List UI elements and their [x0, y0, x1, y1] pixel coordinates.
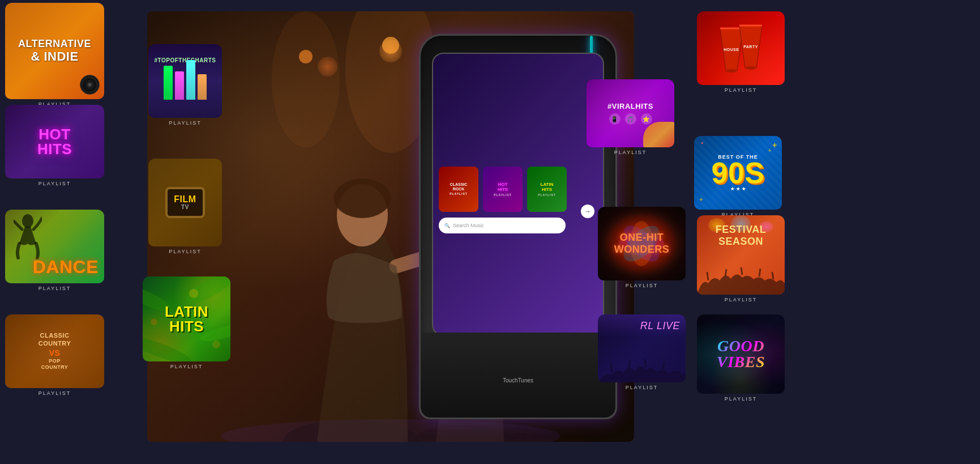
festival-label: PLAYLIST: [725, 297, 757, 303]
playlist-good-vibes[interactable]: GoodVibes PLAYLIST: [697, 314, 785, 402]
country-badge-text: CLASSIC COUNTRY VS Pop Country: [38, 331, 71, 371]
live-crowd: [598, 351, 686, 382]
svg-line-38: [759, 269, 760, 276]
svg-point-28: [745, 66, 756, 70]
dance-silhouette: [14, 212, 42, 263]
country-label: PLAYLIST: [38, 390, 71, 396]
playlist-best-90s[interactable]: BEST OF THE 90s ★ ★ ★ + + ✦ ● PLAYLIST: [694, 136, 782, 218]
svg-text:Party: Party: [743, 45, 758, 49]
svg-point-25: [151, 318, 157, 325]
svg-text:House: House: [724, 48, 739, 52]
girl-live-badge-text: RL Live: [640, 320, 680, 332]
playlist-one-hit[interactable]: ONE-HITWONDERS PLAYLIST: [598, 207, 686, 288]
playlist-film-tv[interactable]: FILM TV PLAYLIST: [148, 159, 222, 254]
playlist-festival[interactable]: FESTIVALSEASON PLAYLIST: [697, 215, 785, 303]
film-tv-label: PLAYLIST: [169, 249, 201, 254]
90s-badge: BEST OF THE 90s ★ ★ ★ + + ✦ ●: [694, 136, 782, 210]
jukebox-bottom: TouchTunes: [421, 333, 615, 418]
search-placeholder: Search Music: [453, 223, 484, 228]
playlist-viral-hits[interactable]: #viralhits 📱 🎵 ⭐ PLAYLIST: [587, 79, 674, 155]
jukebox-screen: ClassicRockPLAYLIST HOTHITSPLAYLIST LATI…: [432, 53, 604, 336]
dance-badge-text: DANCE: [33, 257, 99, 278]
one-hit-badge-text: ONE-HITWONDERS: [614, 232, 670, 256]
svg-line-36: [725, 269, 726, 276]
svg-line-42: [645, 359, 646, 367]
playlist-latin-hits[interactable]: LATINHITS PLAYLIST: [143, 276, 230, 369]
main-scene: ClassicRockPLAYLIST HOTHITSPLAYLIST LATI…: [0, 0, 980, 464]
svg-line-43: [663, 361, 664, 369]
svg-line-40: [611, 364, 612, 373]
top-charts-badge-text: #topofthecharts: [155, 57, 216, 63]
latin-badge-text: LATINHITS: [165, 304, 208, 334]
svg-point-21: [143, 332, 194, 361]
svg-point-18: [89, 84, 91, 86]
screen-next-arrow[interactable]: →: [581, 205, 594, 218]
girl-live-label: PLAYLIST: [626, 385, 658, 390]
lamp-glow-1: [379, 40, 402, 62]
viral-badge-text: #viralhits: [607, 102, 653, 110]
playlist-girl-live[interactable]: RL Live PLAYLIST: [598, 314, 686, 390]
svg-line-41: [629, 360, 630, 368]
dance-label: PLAYLIST: [38, 286, 71, 291]
playlist-house-party[interactable]: House Party PLAYLIST: [697, 11, 785, 93]
vinyl-icon: [80, 75, 100, 95]
screen-card-classic: ClassicRockPLAYLIST: [439, 167, 478, 212]
svg-line-35: [707, 272, 708, 280]
svg-point-19: [22, 214, 33, 228]
screen-cards: ClassicRockPLAYLIST HOTHITSPLAYLIST LATI…: [439, 167, 597, 212]
screen-card-latin: LATINHITSPLAYLIST: [527, 167, 567, 212]
good-vibes-badge-text: GoodVibes: [717, 338, 765, 370]
festival-badge-text: FESTIVALSEASON: [697, 224, 785, 248]
lamp-glow-2: [318, 57, 337, 76]
svg-point-26: [212, 340, 220, 348]
color-bars: [158, 66, 212, 105]
top-charts-label: PLAYLIST: [169, 120, 201, 126]
viral-label: PLAYLIST: [614, 150, 647, 155]
film-badge-text: FILM: [174, 195, 196, 204]
hot-hits-label: PLAYLIST: [38, 181, 71, 186]
house-party-label: PLAYLIST: [725, 87, 757, 93]
good-vibes-label: PLAYLIST: [725, 396, 757, 402]
svg-line-39: [772, 272, 773, 279]
screen-card-hot: HOTHITSPLAYLIST: [483, 167, 523, 212]
playlist-dance[interactable]: DANCE PLAYLIST: [5, 210, 104, 291]
svg-line-37: [741, 267, 742, 275]
playlist-alt-indie[interactable]: ALTERNATIVE& INDIE PLAYLIST: [5, 3, 104, 107]
svg-point-24: [189, 289, 198, 298]
playlist-hot-hits[interactable]: HOTHITS PLAYLIST: [5, 105, 104, 186]
playlist-top-charts[interactable]: #topofthecharts PLAYLIST: [148, 44, 222, 126]
jukebox-logo: TouchTunes: [503, 377, 533, 384]
house-party-cups: House Party: [716, 20, 767, 76]
search-bar[interactable]: 🔍 Search Music: [439, 218, 566, 233]
alt-indie-badge-text: ALTERNATIVE& INDIE: [18, 39, 91, 63]
one-hit-label: PLAYLIST: [626, 283, 658, 288]
svg-point-27: [726, 69, 737, 73]
latin-label: PLAYLIST: [170, 364, 203, 369]
hot-hits-badge-text: HOTHITS: [37, 127, 72, 156]
playlist-classic-country[interactable]: CLASSIC COUNTRY VS Pop Country PLAYLIST: [5, 314, 104, 396]
crowd-silhouette: [697, 261, 785, 295]
